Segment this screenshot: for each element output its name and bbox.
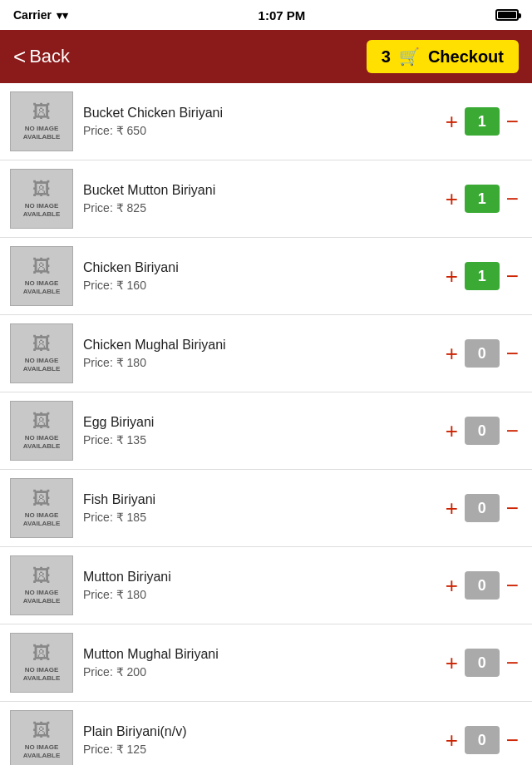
quantity-display: 0 <box>465 571 500 600</box>
item-price: Price: ₹ 135 <box>83 433 442 447</box>
item-controls: + 1 − <box>442 262 522 290</box>
increase-button[interactable]: + <box>442 497 461 519</box>
item-details: Egg Biriyani Price: ₹ 135 <box>83 415 442 447</box>
header: < Back 3 🛒 Checkout <box>0 30 532 83</box>
decrease-button[interactable]: − <box>503 497 522 519</box>
quantity-display: 1 <box>465 107 500 136</box>
item-controls: + 1 − <box>442 185 522 213</box>
item-image: 🖼 NO IMAGEAVAILABLE <box>10 246 73 306</box>
wifi-icon: ▾▾ <box>57 9 68 22</box>
menu-item: 🖼 NO IMAGEAVAILABLE Mutton Biriyani Pric… <box>0 547 532 624</box>
item-price: Price: ₹ 825 <box>83 201 442 215</box>
menu-list: 🖼 NO IMAGEAVAILABLE Bucket Chicken Biriy… <box>0 83 532 765</box>
quantity-display: 1 <box>465 185 500 213</box>
no-image-icon: 🖼 <box>32 488 51 510</box>
item-image: 🖼 NO IMAGEAVAILABLE <box>10 401 73 461</box>
menu-item: 🖼 NO IMAGEAVAILABLE Chicken Mughal Biriy… <box>0 315 532 392</box>
item-controls: + 0 − <box>442 726 522 754</box>
item-name: Chicken Biriyani <box>83 260 442 275</box>
cart-count: 3 <box>382 47 391 67</box>
no-image-text: NO IMAGEAVAILABLE <box>23 511 61 527</box>
item-name: Bucket Chicken Biriyani <box>83 106 442 121</box>
no-image-text: NO IMAGEAVAILABLE <box>23 125 61 141</box>
decrease-button[interactable]: − <box>503 265 522 287</box>
status-bar-time: 1:07 PM <box>259 8 306 22</box>
no-image-text: NO IMAGEAVAILABLE <box>23 357 61 373</box>
item-image: 🖼 NO IMAGEAVAILABLE <box>10 169 73 229</box>
no-image-text: NO IMAGEAVAILABLE <box>23 666 61 682</box>
no-image-icon: 🖼 <box>32 101 51 123</box>
checkout-label: Checkout <box>428 47 504 67</box>
item-price: Price: ₹ 185 <box>83 511 442 524</box>
item-controls: + 0 − <box>442 339 522 368</box>
no-image-icon: 🖼 <box>32 643 51 664</box>
no-image-icon: 🖼 <box>32 720 51 742</box>
item-price: Price: ₹ 180 <box>83 356 442 369</box>
decrease-button[interactable]: − <box>503 575 522 596</box>
decrease-button[interactable]: − <box>503 188 522 210</box>
decrease-button[interactable]: − <box>503 420 522 442</box>
increase-button[interactable]: + <box>442 343 461 364</box>
item-image: 🖼 NO IMAGEAVAILABLE <box>10 91 73 151</box>
quantity-display: 0 <box>465 494 500 522</box>
quantity-display: 0 <box>465 417 500 445</box>
item-name: Mutton Mughal Biriyani <box>83 647 442 662</box>
item-controls: + 0 − <box>442 494 522 522</box>
item-name: Bucket Mutton Biriyani <box>83 183 442 198</box>
item-image: 🖼 NO IMAGEAVAILABLE <box>10 555 73 615</box>
menu-item: 🖼 NO IMAGEAVAILABLE Bucket Chicken Biriy… <box>0 83 532 160</box>
no-image-text: NO IMAGEAVAILABLE <box>23 279 61 295</box>
item-details: Mutton Mughal Biriyani Price: ₹ 200 <box>83 647 442 679</box>
item-name: Chicken Mughal Biriyani <box>83 338 442 353</box>
item-image: 🖼 NO IMAGEAVAILABLE <box>10 710 73 765</box>
back-button[interactable]: < Back <box>13 44 70 70</box>
item-name: Egg Biriyani <box>83 415 442 430</box>
quantity-display: 1 <box>465 262 500 290</box>
quantity-display: 0 <box>465 649 500 677</box>
no-image-icon: 🖼 <box>32 411 51 432</box>
back-label: Back <box>29 46 70 67</box>
no-image-text: NO IMAGEAVAILABLE <box>23 202 61 218</box>
increase-button[interactable]: + <box>442 729 461 751</box>
increase-button[interactable]: + <box>442 652 461 674</box>
menu-item: 🖼 NO IMAGEAVAILABLE Fish Biriyani Price:… <box>0 470 532 547</box>
item-details: Fish Biriyani Price: ₹ 185 <box>83 492 442 524</box>
menu-item: 🖼 NO IMAGEAVAILABLE Chicken Biriyani Pri… <box>0 238 532 315</box>
decrease-button[interactable]: − <box>503 729 522 751</box>
decrease-button[interactable]: − <box>503 652 522 674</box>
checkout-button[interactable]: 3 🛒 Checkout <box>367 40 519 73</box>
no-image-text: NO IMAGEAVAILABLE <box>23 743 61 759</box>
cart-icon: 🛒 <box>399 47 420 67</box>
increase-button[interactable]: + <box>442 575 461 596</box>
decrease-button[interactable]: − <box>503 343 522 364</box>
quantity-display: 0 <box>465 726 500 754</box>
quantity-display: 0 <box>465 339 500 368</box>
increase-button[interactable]: + <box>442 188 461 210</box>
increase-button[interactable]: + <box>442 265 461 287</box>
item-controls: + 0 − <box>442 571 522 600</box>
item-image: 🖼 NO IMAGEAVAILABLE <box>10 478 73 538</box>
increase-button[interactable]: + <box>442 111 461 132</box>
item-price: Price: ₹ 200 <box>83 665 442 679</box>
item-name: Plain Biriyani(n/v) <box>83 724 442 739</box>
no-image-text: NO IMAGEAVAILABLE <box>23 434 61 450</box>
status-bar-left: Carrier ▾▾ <box>13 8 68 22</box>
carrier-label: Carrier <box>13 8 52 22</box>
no-image-icon: 🖼 <box>32 333 51 355</box>
item-details: Mutton Biriyani Price: ₹ 180 <box>83 570 442 601</box>
item-image: 🖼 NO IMAGEAVAILABLE <box>10 323 73 383</box>
menu-item: 🖼 NO IMAGEAVAILABLE Mutton Mughal Biriya… <box>0 624 532 702</box>
decrease-button[interactable]: − <box>503 111 522 132</box>
status-bar-right <box>495 9 519 21</box>
no-image-icon: 🖼 <box>32 256 51 278</box>
status-bar: Carrier ▾▾ 1:07 PM <box>0 0 532 30</box>
item-name: Mutton Biriyani <box>83 570 442 585</box>
item-details: Chicken Biriyani Price: ₹ 160 <box>83 260 442 292</box>
menu-item: 🖼 NO IMAGEAVAILABLE Egg Biriyani Price: … <box>0 392 532 470</box>
item-price: Price: ₹ 125 <box>83 743 442 756</box>
no-image-text: NO IMAGEAVAILABLE <box>23 589 61 605</box>
increase-button[interactable]: + <box>442 420 461 442</box>
item-details: Bucket Mutton Biriyani Price: ₹ 825 <box>83 183 442 215</box>
back-arrow-icon: < <box>13 44 26 70</box>
item-details: Chicken Mughal Biriyani Price: ₹ 180 <box>83 338 442 369</box>
